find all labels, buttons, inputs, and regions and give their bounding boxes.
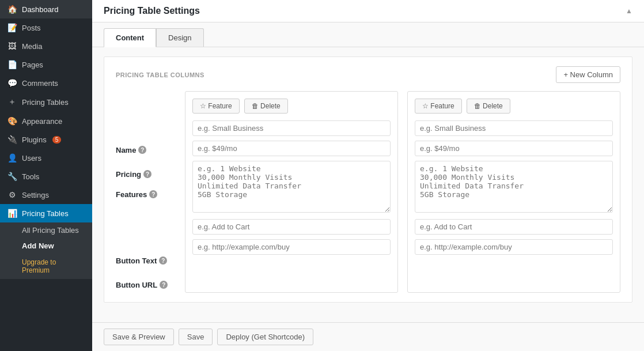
appearance-icon: 🎨 (7, 116, 17, 126)
upgrade-label: Upgrade to Premium (22, 258, 56, 274)
settings-icon: ⚙ (7, 190, 17, 199)
deploy-button[interactable]: Deploy (Get Shortcode) (217, 329, 313, 345)
sidebar-item-users[interactable]: 👤 Users (0, 149, 92, 167)
posts-icon: 📝 (7, 23, 17, 32)
sidebar-subitem-all-pricing[interactable]: All Pricing Tables (0, 222, 92, 238)
dashboard-icon: 🏠 (7, 5, 17, 14)
plugins-icon: 🔌 (7, 135, 17, 144)
sidebar-subitem-add-new[interactable]: Add New (0, 238, 92, 254)
users-icon: 👤 (7, 153, 17, 163)
features-input-1[interactable] (192, 161, 391, 213)
sidebar-label-pricing-tables: Pricing Tables (22, 209, 69, 218)
comments-icon: 💬 (7, 78, 17, 88)
sidebar-item-pages[interactable]: 📄 Pages (0, 55, 92, 74)
label-name: Name ? (116, 138, 179, 158)
delete-btn-2[interactable]: 🗑 Delete (467, 99, 510, 114)
pricing-tables-icon: 📊 (7, 209, 17, 218)
button-url-input-2[interactable] (415, 239, 613, 255)
button-text-input-2[interactable] (415, 219, 613, 235)
new-column-button[interactable]: + New Column (556, 66, 620, 83)
button-url-help-icon[interactable]: ? (160, 281, 168, 289)
sidebar-item-posts[interactable]: 📝 Posts (0, 18, 92, 37)
all-pricing-tables-label: All Pricing Tables (22, 226, 79, 235)
pricing-input-2[interactable] (415, 141, 613, 156)
section-title: PRICING TABLE COLUMNS (116, 71, 204, 78)
sidebar-item-pricing-tables-active[interactable]: 📊 Pricing Tables (0, 204, 92, 222)
features-input-2[interactable] (415, 161, 613, 213)
content-area: PRICING TABLE COLUMNS + New Column Name … (92, 47, 644, 322)
columns-container: ☆ Feature 🗑 Delete (185, 91, 620, 293)
sidebar-label-dashboard: Dashboard (22, 5, 59, 14)
sidebar-item-comments[interactable]: 💬 Comments (0, 74, 92, 92)
sidebar-submenu-pricing: All Pricing Tables Add New Upgrade to Pr… (0, 222, 92, 279)
sidebar: 🏠 Dashboard 📝 Posts 🖼 Media 📄 Pages 💬 Co… (0, 0, 92, 351)
sidebar-item-settings[interactable]: ⚙ Settings (0, 186, 92, 204)
tab-content[interactable]: Content (104, 28, 156, 47)
features-help-icon[interactable]: ? (149, 190, 157, 198)
sidebar-item-media[interactable]: 🖼 Media (0, 37, 92, 55)
sidebar-label-media: Media (22, 42, 42, 51)
pricing-column-1: ☆ Feature 🗑 Delete (185, 91, 398, 293)
col-actions-1: ☆ Feature 🗑 Delete (192, 99, 391, 114)
page-title: Pricing Table Settings (104, 6, 200, 16)
sidebar-item-plugins[interactable]: 🔌 Plugins 5 (0, 130, 92, 149)
sidebar-label-plugins: Plugins (22, 135, 47, 144)
pricing-table-panel: PRICING TABLE COLUMNS + New Column Name … (104, 56, 632, 303)
sidebar-label-pricing-tables-top: Pricing Tables (22, 98, 69, 107)
feature-btn-2[interactable]: ☆ Feature (415, 99, 462, 114)
label-pricing: Pricing ? (116, 163, 179, 182)
form-labels-col: Name ? Pricing ? Features ? Button Text … (116, 91, 185, 293)
pages-icon: 📄 (7, 60, 17, 69)
bottom-bar: Save & Preview Save Deploy (Get Shortcod… (92, 322, 644, 351)
sidebar-label-posts: Posts (22, 24, 41, 32)
name-input-1[interactable] (192, 120, 391, 136)
name-help-icon[interactable]: ? (138, 146, 146, 154)
media-icon: 🖼 (7, 41, 17, 51)
label-button-text: Button Text ? (116, 249, 179, 269)
save-button[interactable]: Save (179, 329, 213, 345)
sidebar-label-settings: Settings (22, 191, 49, 199)
main-area: Pricing Table Settings ▲ Content Design … (92, 0, 644, 351)
button-text-help-icon[interactable]: ? (159, 256, 167, 265)
sidebar-item-dashboard[interactable]: 🏠 Dashboard (0, 0, 92, 18)
tabs-bar: Content Design (92, 22, 644, 47)
sidebar-label-users: Users (22, 154, 41, 163)
label-button-url: Button URL ? (116, 273, 179, 293)
pricing-input-1[interactable] (192, 141, 391, 156)
pricing-help-icon[interactable]: ? (143, 170, 151, 178)
pricing-column-2: ☆ Feature 🗑 Delete (407, 91, 620, 293)
name-input-2[interactable] (415, 120, 613, 136)
button-url-input-1[interactable] (192, 239, 391, 255)
tab-design[interactable]: Design (156, 28, 203, 47)
sidebar-label-tools: Tools (22, 172, 39, 181)
sidebar-upgrade-btn[interactable]: Upgrade to Premium (0, 254, 92, 279)
button-text-input-1[interactable] (192, 219, 391, 235)
label-features: Features ? (116, 187, 179, 244)
delete-btn-1[interactable]: 🗑 Delete (244, 99, 288, 114)
feature-btn-1[interactable]: ☆ Feature (192, 99, 240, 114)
sidebar-item-appearance[interactable]: 🎨 Appearance (0, 112, 92, 130)
save-preview-button[interactable]: Save & Preview (104, 329, 174, 345)
plugins-badge: 5 (52, 136, 62, 144)
sidebar-label-comments: Comments (22, 79, 58, 88)
sidebar-label-appearance: Appearance (22, 117, 62, 126)
sidebar-label-pages: Pages (22, 61, 43, 69)
add-new-label: Add New (22, 241, 54, 250)
sidebar-item-tools[interactable]: 🔧 Tools (0, 167, 92, 186)
plus-icon: ＋ (7, 97, 17, 107)
sidebar-item-pricing-tables-top[interactable]: ＋ Pricing Tables (0, 92, 92, 112)
collapse-arrow-icon[interactable]: ▲ (626, 7, 632, 15)
page-header: Pricing Table Settings ▲ (92, 0, 644, 22)
tools-icon: 🔧 (7, 172, 17, 181)
col-actions-2: ☆ Feature 🗑 Delete (415, 99, 613, 114)
